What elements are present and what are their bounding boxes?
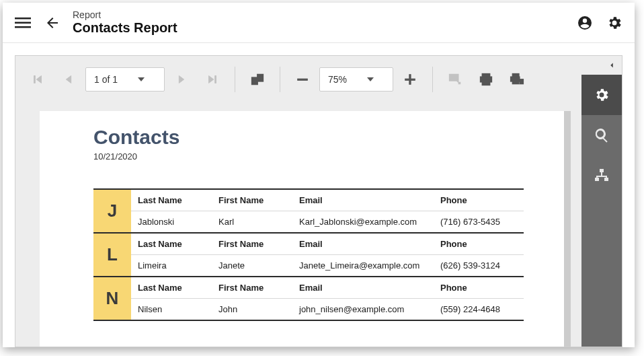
chevron-down-icon [138,77,145,81]
header-row: Last Name First Name Email Phone [131,277,524,299]
col-last-name: Last Name [131,190,212,211]
divider [280,67,280,92]
select-tool-icon[interactable] [441,65,469,94]
print-to-file-icon[interactable] [503,65,531,94]
table-row: Limeira Janete Janete_Limeira@example.co… [131,255,524,276]
viewer-sidepanel [581,56,622,347]
svg-rect-3 [252,77,257,84]
first-page-icon[interactable] [24,65,52,94]
cell-last-name: Nilsen [131,299,212,320]
account-circle-icon[interactable] [570,8,600,38]
col-first-name: First Name [212,234,292,254]
col-email: Email [292,190,434,211]
document-map-icon[interactable] [581,155,622,196]
svg-rect-20 [596,176,607,177]
report-page: Contacts 10/21/2020 J Last Name First Na… [40,111,564,347]
page-surface[interactable]: Contacts 10/21/2020 J Last Name First Na… [15,103,581,347]
hamburger-icon[interactable] [8,8,38,38]
col-last-name: Last Name [131,277,212,298]
cell-phone: (716) 673-5435 [434,211,521,232]
col-email: Email [292,234,434,254]
table-row: Nilsen John john_nilsen@example.com (559… [131,299,524,320]
print-icon[interactable] [472,65,500,94]
zoom-dropdown[interactable]: 75% [319,67,393,92]
col-phone: Phone [434,277,521,298]
col-first-name: First Name [212,190,292,211]
svg-rect-14 [513,80,519,84]
svg-rect-19 [601,172,602,176]
svg-rect-22 [606,176,607,178]
prev-page-icon[interactable] [54,65,83,94]
group-j: J Last Name First Name Email Phone Jablo… [93,190,524,234]
cell-email: john_nilsen@example.com [292,299,434,320]
next-page-icon[interactable] [167,65,196,94]
col-email: Email [292,277,434,298]
header-row: Last Name First Name Email Phone [131,234,524,255]
col-phone: Phone [434,234,521,254]
minus-icon[interactable] [288,65,317,94]
page-dropdown-label: 1 of 1 [94,74,118,85]
last-page-icon[interactable] [198,65,227,94]
report-title: Contacts [93,126,524,149]
svg-rect-11 [483,81,490,85]
contacts-grid: J Last Name First Name Email Phone Jablo… [93,188,524,321]
cell-last-name: Jablonski [131,211,212,232]
svg-rect-0 [15,17,31,20]
svg-rect-2 [15,26,31,28]
group-n: N Last Name First Name Email Phone Nilse… [93,277,524,321]
col-phone: Phone [434,190,521,211]
svg-rect-21 [596,176,598,178]
app-bar: Report Contacts Report [3,3,635,43]
svg-rect-5 [298,79,308,80]
plus-icon[interactable] [396,65,424,94]
gear-icon[interactable] [581,75,622,115]
svg-rect-7 [409,75,411,85]
cell-first-name: Janete [212,255,292,276]
page-dropdown[interactable]: 1 of 1 [85,67,165,92]
group-letter: J [93,190,131,232]
svg-rect-4 [257,75,263,81]
svg-rect-15 [520,79,524,84]
group-letter: L [93,234,131,276]
report-viewer: 1 of 1 75% [15,55,622,347]
cell-phone: (559) 224-4648 [434,299,521,320]
col-last-name: Last Name [131,234,212,254]
multipage-icon[interactable] [243,65,272,94]
chevron-down-icon [367,77,374,81]
cell-first-name: Karl [212,211,292,232]
chevron-left-icon[interactable] [581,56,622,75]
page-title: Contacts Report [73,20,177,36]
cell-email: Karl_Jablonski@example.com [292,211,434,232]
cell-last-name: Limeira [131,255,212,276]
zoom-dropdown-label: 75% [328,74,347,85]
viewer-toolbar: 1 of 1 75% [15,56,622,103]
back-arrow-icon[interactable] [38,8,67,38]
group-letter: N [93,277,131,320]
col-first-name: First Name [212,277,292,298]
header-row: Last Name First Name Email Phone [131,190,524,211]
settings-gear-icon[interactable] [600,8,629,38]
divider [235,67,235,92]
cell-phone: (626) 539-3124 [434,255,521,276]
table-row: Jablonski Karl Karl_Jablonski@example.co… [131,211,524,232]
cell-first-name: John [212,299,292,320]
svg-rect-1 [15,22,31,24]
page-subtitle: Report [73,9,177,20]
group-l: L Last Name First Name Email Phone Limei… [93,234,524,277]
cell-email: Janete_Limeira@example.com [292,255,434,276]
svg-rect-16 [600,169,604,172]
divider [432,67,433,92]
page-titles: Report Contacts Report [73,9,177,36]
page-shadow [564,111,571,347]
search-icon[interactable] [581,115,622,155]
report-date: 10/21/2020 [93,151,524,162]
